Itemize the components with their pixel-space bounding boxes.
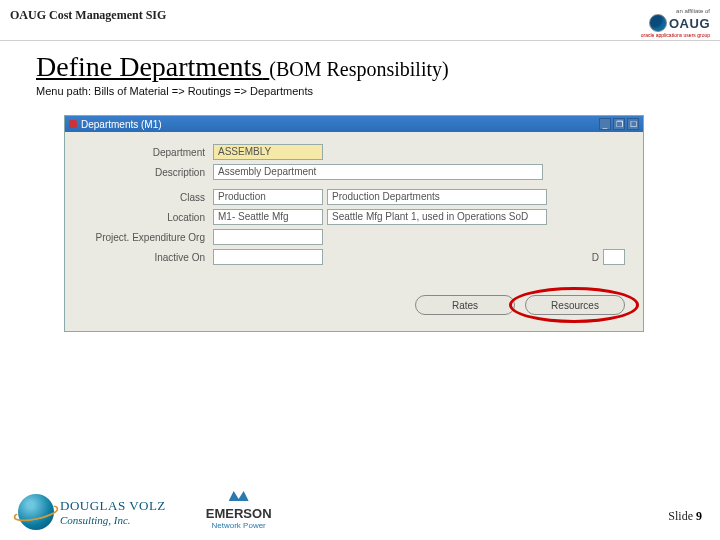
slide-word: Slide (668, 509, 696, 523)
emerson-icon (229, 486, 249, 506)
label-class: Class (83, 192, 213, 203)
oaug-text: OAUG (669, 16, 710, 31)
departments-window: Departments (M1) _ ❐ ☐ Department ASSEMB… (64, 115, 644, 332)
header-title: OAUG Cost Management SIG (10, 8, 166, 23)
slide-title-main: Define Departments (36, 51, 262, 82)
slide-title-sub: (BOM Responsibility) (269, 58, 448, 81)
input-class-desc[interactable]: Production Departments (327, 189, 547, 205)
rates-button[interactable]: Rates (415, 295, 515, 315)
oaug-logo: an affiliate of OAUG oracle applications… (641, 8, 710, 38)
label-description: Description (83, 167, 213, 178)
input-inactive[interactable] (213, 249, 323, 265)
emerson-logo: EMERSON Network Power (206, 486, 272, 530)
dv-line2: Consulting, Inc. (60, 514, 166, 526)
label-inactive: Inactive On (83, 252, 213, 263)
em-line1: EMERSON (206, 506, 272, 521)
label-proj-org: Project. Expenditure Org (83, 232, 213, 243)
window-titlebar[interactable]: Departments (M1) _ ❐ ☐ (65, 116, 643, 132)
slide-num-value: 9 (696, 509, 702, 523)
maximize-button[interactable]: ☐ (627, 118, 639, 130)
slide-header: OAUG Cost Management SIG an affiliate of… (0, 0, 720, 41)
oaug-swirl-icon (649, 14, 667, 32)
label-location: Location (83, 212, 213, 223)
slide-number: Slide 9 (668, 509, 702, 524)
resources-button[interactable]: Resources (525, 295, 625, 315)
date-label: D (592, 252, 599, 263)
window-icon (69, 120, 77, 128)
form-body: Department ASSEMBLY Description Assembly… (65, 132, 643, 331)
douglas-volz-logo: DOUGLAS VOLZ Consulting, Inc. (18, 494, 166, 530)
input-location-desc[interactable]: Seattle Mfg Plant 1, used in Operations … (327, 209, 547, 225)
slide-title: Define Departments (BOM Responsibility) (36, 51, 684, 83)
label-department: Department (83, 147, 213, 158)
menu-path: Menu path: Bills of Material => Routings… (36, 85, 684, 97)
restore-button[interactable]: ❐ (613, 118, 625, 130)
slide-body: Define Departments (BOM Responsibility) … (0, 41, 720, 332)
input-location[interactable]: M1- Seattle Mfg (213, 209, 323, 225)
slide-footer: DOUGLAS VOLZ Consulting, Inc. EMERSON Ne… (0, 486, 720, 530)
dv-line1: DOUGLAS VOLZ (60, 498, 166, 514)
em-line2: Network Power (206, 521, 272, 530)
button-row: Rates Resources (83, 295, 625, 315)
minimize-button[interactable]: _ (599, 118, 611, 130)
input-proj-org[interactable] (213, 229, 323, 245)
input-class[interactable]: Production (213, 189, 323, 205)
input-department[interactable]: ASSEMBLY (213, 144, 323, 160)
window-title: Departments (M1) (81, 119, 162, 130)
globe-icon (18, 494, 54, 530)
input-description[interactable]: Assembly Department (213, 164, 543, 180)
logo-tagline: oracle applications users group (641, 32, 710, 38)
date-box[interactable] (603, 249, 625, 265)
